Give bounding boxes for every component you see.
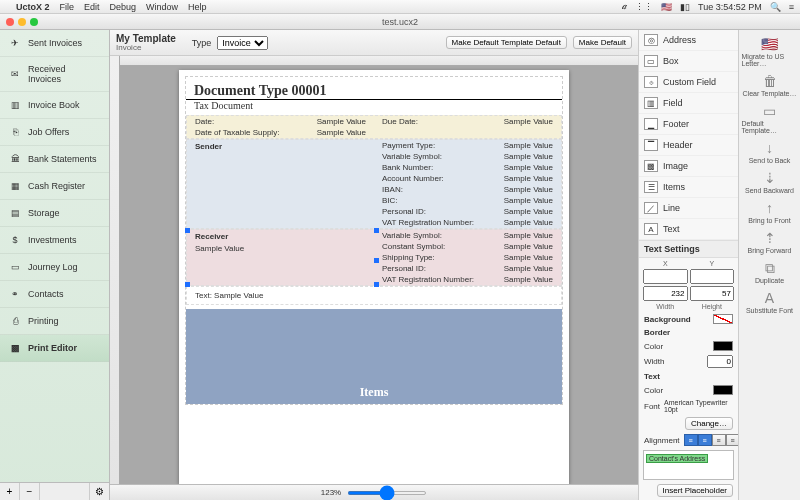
border-width-input[interactable] [707,355,733,368]
field-row[interactable]: Account Number:Sample Value [374,173,561,184]
placeholder-token[interactable]: Contact's Address [646,454,708,463]
tool-clear-template-[interactable]: 🗑Clear Template… [742,71,798,99]
field-row[interactable]: IBAN:Sample Value [374,184,561,195]
element-text[interactable]: AText [639,219,738,240]
element-custom-field[interactable]: ⟐Custom Field [639,72,738,93]
element-address[interactable]: ◎Address [639,30,738,51]
remove-button[interactable]: − [20,483,40,500]
align-justify-icon[interactable]: ≡ [726,434,738,446]
menu-debug[interactable]: Debug [110,2,137,12]
height-input[interactable] [690,286,735,301]
notifications-icon[interactable]: ≡ [789,2,794,12]
sidebar-item-contacts[interactable]: ⚭Contacts [0,281,109,308]
field-row[interactable]: VAT Registration Number:Sample Value [374,217,561,228]
field-row[interactable]: BIC:Sample Value [374,195,561,206]
field-row[interactable]: Constant Symbol:Sample Value [374,241,561,252]
selection-handle[interactable] [374,282,379,287]
sidebar-item-cash-register[interactable]: ▦Cash Register [0,173,109,200]
border-color-swatch[interactable] [713,341,733,351]
element-line[interactable]: ／Line [639,198,738,219]
sidebar-item-print-editor[interactable]: ▩Print Editor [0,335,109,362]
selection-handle[interactable] [374,258,379,263]
element-items[interactable]: ☰Items [639,177,738,198]
selection-handle[interactable] [185,228,190,233]
element-box[interactable]: ▭Box [639,51,738,72]
tool-default-template-[interactable]: ▭Default Template… [742,101,798,136]
element-header[interactable]: ▔Header [639,135,738,156]
align-center-icon[interactable]: ≡ [698,434,712,446]
x-input[interactable] [643,269,688,284]
y-input[interactable] [690,269,735,284]
insert-placeholder-button[interactable]: Insert Placeholder [657,484,733,497]
doc-title[interactable]: Document Type 00001 [186,77,562,100]
sender-block[interactable]: Sender Payment Type:Sample ValueVariable… [186,139,562,229]
field-row[interactable]: Date of Taxable Supply:Sample Value [187,127,374,138]
align-right-icon[interactable]: ≡ [712,434,726,446]
gear-icon[interactable]: ⚙ [89,483,109,500]
selection-handle[interactable] [185,282,190,287]
tool-bring-to-front[interactable]: ↑Bring to Front [742,198,798,226]
menu-window[interactable]: Window [146,2,178,12]
menu-edit[interactable]: Edit [84,2,100,12]
battery-icon[interactable]: ▮▯ [680,2,690,12]
field-row[interactable]: Bank Number:Sample Value [374,162,561,173]
field-row[interactable]: Shipping Type:Sample Value [374,252,561,263]
align-left-icon[interactable]: ≡ [684,434,698,446]
clock[interactable]: Tue 3:54:52 PM [698,2,762,12]
text-color-swatch[interactable] [713,385,733,395]
element-image[interactable]: ▩Image [639,156,738,177]
field-row[interactable]: Payment Type:Sample Value [374,140,561,151]
element-footer[interactable]: ▁Footer [639,114,738,135]
tool-duplicate[interactable]: ⧉Duplicate [742,258,798,286]
field-row[interactable]: Variable Symbol:Sample Value [374,151,561,162]
font-icon[interactable]: 𝒂 [622,1,627,12]
field-row[interactable]: Variable Symbol:Sample Value [374,230,561,241]
field-row[interactable]: Personal ID:Sample Value [374,263,561,274]
field-row[interactable]: Date:Sample Value [187,116,374,127]
sidebar-item-storage[interactable]: ▤Storage [0,200,109,227]
canvas[interactable]: Document Type 00001 Tax Document Date:Sa… [110,56,638,484]
make-default-button[interactable]: Make Default [573,36,632,49]
receiver-block[interactable]: Receiver Sample Value Variable Symbol:Sa… [186,229,562,286]
zoom-slider[interactable] [347,491,427,495]
type-select[interactable]: Invoice [217,36,268,50]
tool-send-to-back[interactable]: ↓Send to Back [742,138,798,166]
width-input[interactable] [643,286,688,301]
items-block[interactable]: Items [186,309,562,404]
selection-handle[interactable] [374,228,379,233]
tool-send-backward[interactable]: ⇣Send Backward [742,168,798,196]
meta-block[interactable]: Date:Sample ValueDate of Taxable Supply:… [186,115,562,139]
text-field[interactable]: Text: Sample Value [186,286,562,305]
change-font-button[interactable]: Change… [685,417,733,430]
app-menu[interactable]: UctoX 2 [16,2,50,12]
sidebar-item-bank-statements[interactable]: 🏛Bank Statements [0,146,109,173]
page[interactable]: Document Type 00001 Tax Document Date:Sa… [179,70,569,484]
menu-help[interactable]: Help [188,2,207,12]
sidebar-item-received-invoices[interactable]: ✉Received Invoices [0,57,109,92]
tool-migrate-to-us-letter-[interactable]: 🇺🇸Migrate to US Letter… [742,34,798,69]
make-default-template-default-button[interactable]: Make Default Template Default [446,36,567,49]
sidebar-item-journey-log[interactable]: ▭Journey Log [0,254,109,281]
field-row[interactable]: VAT Registration Number:Sample Value [374,274,561,285]
wifi-icon[interactable]: ⋮⋮ [635,2,653,12]
alignment-label: Alignment [644,436,680,445]
add-button[interactable]: + [0,483,20,500]
tool-bring-forward[interactable]: ⇡Bring Forward [742,228,798,256]
tool-substitute-font[interactable]: ASubstitute Font [742,288,798,316]
placeholder-box[interactable]: Contact's Address [643,450,734,480]
sidebar-item-printing[interactable]: ⎙Printing [0,308,109,335]
sidebar-item-job-offers[interactable]: ⎘Job Offers [0,119,109,146]
search-icon[interactable]: 🔍 [770,2,781,12]
doc-subtitle[interactable]: Tax Document [186,100,562,115]
flag-icon[interactable]: 🇺🇸 [661,2,672,12]
field-row[interactable]: Personal ID:Sample Value [374,206,561,217]
element-field[interactable]: ▥Field [639,93,738,114]
sidebar-item-investments[interactable]: $Investments [0,227,109,254]
bg-color-swatch[interactable] [713,314,733,324]
element-label: Footer [663,119,689,129]
alignment-segmented[interactable]: ≡ ≡ ≡ ≡ [684,434,738,446]
sidebar-item-sent-invoices[interactable]: ✈Sent Invoices [0,30,109,57]
sidebar-item-invoice-book[interactable]: ▥Invoice Book [0,92,109,119]
field-row[interactable]: Due Date:Sample Value [374,116,561,127]
menu-file[interactable]: File [60,2,75,12]
